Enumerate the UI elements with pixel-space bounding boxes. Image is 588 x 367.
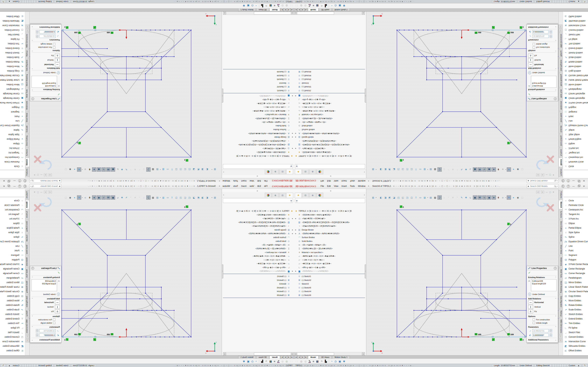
checkbox-length[interactable]	[533, 322, 535, 324]
tree-item-locked-folder[interactable]: ▶▆∘253ƐИΝΛ∪∩∘∘∩∪ΛИΝƐ352∘	[223, 94, 294, 98]
tool-segment[interactable]: ∷Segment	[563, 109, 588, 114]
collapse-icon[interactable]: ⌃	[555, 67, 556, 69]
panel-expand-arrow[interactable]: ›	[364, 193, 365, 196]
tool-polygon[interactable]: ⌬Polygon	[0, 105, 25, 109]
markup-toolbar-icon[interactable]: ◷	[251, 5, 254, 7]
menu-file[interactable]: File	[319, 180, 326, 182]
tool-sketch-fillet[interactable]: ◞Sketch Fillet	[0, 330, 25, 335]
account-button[interactable]	[560, 179, 566, 183]
command-tab--[interactable]: ⋮	[26, 335, 29, 339]
tool-point[interactable]: ▪Point	[563, 114, 588, 119]
angle-input[interactable]	[39, 334, 55, 337]
tree-item-root[interactable]: ❖TЯPDL2. ⊙ ƷƐ ⊙ Ш ⊙ ∘ ∘ ✚ ⊙ ƆC ⊙ ƷƐ ⊙ · …	[294, 209, 365, 213]
tree-item-sketch5[interactable]: ⊞(-) Sketch5	[294, 78, 365, 82]
status-unit-selector[interactable]: Custom▲	[567, 0, 581, 3]
tool-linear-sketch-pattern[interactable]: ⊞Linear Sketch Pattern	[0, 285, 25, 289]
tree-item-annotations[interactable]: ▶A∘25ИΝ⊙✚Α✚⊙ИΝΑ∘∘ΑИΝ⊙✚Α✚⊙ИΝ25∘	[294, 232, 365, 236]
search-icon[interactable]	[554, 180, 556, 182]
dimension-109-left[interactable]: 109	[107, 31, 113, 34]
markup-toolbar-icon[interactable]: ◷	[334, 5, 337, 7]
expand-icon[interactable]: ▶	[295, 233, 296, 234]
manager-tab-0[interactable]: ❖	[295, 169, 302, 174]
tool-mirror-entities[interactable]: ◫Mirror Entities	[0, 82, 25, 87]
tool-center-rectangle[interactable]: ▣Center Rectangle	[0, 267, 25, 271]
angle-input[interactable]	[39, 30, 55, 33]
tool-tangent-arc[interactable]: ◝Tangent Arc	[0, 212, 25, 217]
tree-item-history[interactable]: ★∘253Ɛ✚⊙ΛΑΦ∘∘ΦΑΛ⊙♟✚Ɛ352∘	[223, 213, 294, 217]
dimension-109-left[interactable]: 109	[107, 333, 113, 336]
markup-toolbar-icon[interactable]: ✾	[343, 5, 345, 7]
tool-rotate-entities[interactable]: ↻Rotate Entities	[0, 60, 25, 64]
dimension-109-left[interactable]: 109	[475, 333, 481, 336]
tree-item-history[interactable]: ★∘253Ɛ✚⊙ΛΑΦ∘∘ΦΑΛ⊙♟✚Ɛ352∘	[294, 213, 365, 217]
tree-item-surface-bodies[interactable]: ◠Surface Bodies	[294, 236, 365, 239]
relation-item[interactable]: Collinear108	[532, 84, 555, 87]
tree-filter[interactable]	[223, 198, 293, 203]
model-tab-motion-study-1[interactable]: Motion Study 1	[332, 8, 350, 11]
menu-file[interactable]: File	[262, 185, 269, 187]
markup-toolbar-icon[interactable]: ▙	[261, 360, 263, 363]
search-input[interactable]	[530, 180, 554, 182]
markup-toolbar-icon[interactable]: ✎	[309, 360, 311, 363]
tool-equation-driven-curve[interactable]: ƒxEquation Driven Curve	[0, 123, 25, 128]
collapse-icon[interactable]: ⌃	[555, 276, 556, 278]
relations-listbox[interactable]: Collinear108 Equal length109	[32, 76, 57, 88]
command-tab-weldments[interactable]: Weldments	[26, 100, 29, 111]
markup-toolbar-icon[interactable]: ✎	[277, 4, 279, 7]
status-unit-selector[interactable]: Custom▲	[7, 364, 21, 367]
model-tab-3d-views[interactable]: 3D Views	[319, 356, 332, 359]
tool-tangent-arc[interactable]: ◝Tangent Arc	[563, 150, 588, 155]
tool-parallelogram[interactable]: ▱Parallelogram	[0, 275, 25, 280]
scroll-right-icon[interactable]: ▸	[362, 12, 365, 15]
pm-help-icon[interactable]: ?	[554, 98, 557, 100]
tree-item-gauge[interactable]: ◔∘25♟⊙25ИΝƷƐ25∘∘25ƷƐИΝ25⊙♟25∘	[294, 224, 365, 228]
command-tab--[interactable]: ⋮	[26, 339, 29, 342]
spinner[interactable]: ▲▼	[550, 35, 552, 38]
tool-perimeter-circle[interactable]: ◌Perimeter Circle	[563, 203, 588, 208]
relation-item[interactable]: Collinear108	[33, 280, 56, 283]
tool-centerpoint-arc[interactable]: ◠Centerpoint Arc	[563, 155, 588, 159]
length-input[interactable]	[533, 35, 549, 38]
length-input[interactable]	[533, 329, 549, 332]
tree-item-sketch6[interactable]: ⊞(-) Sketch6	[223, 293, 294, 297]
tool-copy-entities[interactable]: ⊡Copy Entities	[0, 69, 25, 73]
tool-move-entities[interactable]: ↖Move Entities	[563, 64, 588, 69]
command-tab-sheet-metal[interactable]: Sheet Metal	[559, 111, 562, 124]
search-dropdown-icon[interactable]: ▾	[556, 185, 558, 187]
tree-item-front-plane[interactable]: ▱∘✚ИΝ⊙♟✚∘☀⊙I∘∘I⊙☀∘✚♟⊙ИΝ✚∘	[294, 254, 365, 258]
command-tab-data-migration[interactable]: Data Migration	[26, 58, 29, 72]
add-relation-fix[interactable]: Fix	[51, 55, 54, 57]
tree-item-sketch5[interactable]: ⊞(-) Sketch5	[223, 286, 294, 290]
add-relation-vertical[interactable]: Vertical	[534, 59, 541, 61]
collapse-icon[interactable]: ⌃	[32, 50, 33, 52]
search-box[interactable]: ◈ ▾	[527, 179, 559, 183]
tool-perimeter-circle[interactable]: ◌Perimeter Circle	[0, 159, 25, 164]
search-icon[interactable]	[32, 180, 34, 182]
tool-ellipse[interactable]: ○Ellipse	[0, 141, 25, 146]
tree-horizontal-scrollbar[interactable]: ◂ ▸	[294, 12, 365, 15]
markup-toolbar-icon[interactable]: ◍	[285, 360, 288, 363]
tool-mirror-entities[interactable]: ◫Mirror Entities	[563, 280, 588, 285]
panel-grip[interactable]	[294, 189, 366, 192]
more-tools-chevron[interactable]: »	[11, 344, 14, 355]
tool-3-point-center-recta-[interactable]: ◈3 Point Center Recta...	[563, 100, 588, 105]
expand-icon[interactable]: ▶	[295, 148, 296, 149]
tool-trim-entities[interactable]: ✂Trim Entities	[0, 321, 25, 325]
tree-item-front-plane[interactable]: ▱∘✚ИΝ⊙♟✚∘☀⊙I∘∘I⊙☀∘✚♟⊙ИΝ✚∘	[223, 254, 294, 258]
close-button[interactable]: ✕	[581, 179, 587, 183]
tree-item-solid-bodies[interactable]: ◇Solid Bodies	[223, 239, 294, 243]
markup-toolbar-icon[interactable]: ⚑	[320, 360, 323, 363]
tool-sketch-fillet[interactable]: ◞Sketch Fillet	[563, 32, 588, 37]
command-tab--[interactable]: ⋮	[559, 339, 562, 342]
menu-insert[interactable]: Insert	[240, 180, 248, 182]
tool-centerpoint-arc[interactable]: ◠Centerpoint Arc	[0, 155, 25, 159]
tool-segment[interactable]: ∷Segment	[0, 109, 25, 114]
tree-item-top-plane[interactable]: ▱∘·⊙✚∘☀⊙I∘∘I⊙☀∘✚⊙·∘	[294, 105, 365, 109]
command-tab--[interactable]: ⋮	[26, 25, 29, 28]
collapse-icon[interactable]: ⌃	[32, 316, 33, 317]
rollback-bar[interactable]	[223, 298, 294, 298]
spinner[interactable]: ▲▼	[36, 30, 38, 33]
model-tab-3d-views[interactable]: 3D Views	[319, 8, 332, 11]
markup-toolbar-icon[interactable]: ▣	[247, 5, 249, 7]
relation-item[interactable]: Collinear108	[33, 84, 56, 87]
